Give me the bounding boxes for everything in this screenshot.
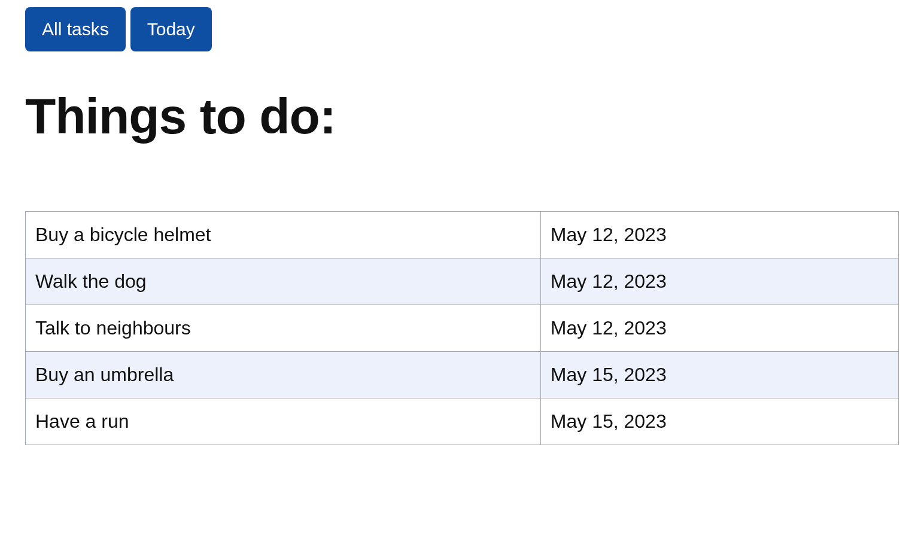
table-row: Have a run May 15, 2023 xyxy=(26,398,899,445)
filter-button-row: All tasks Today xyxy=(25,7,899,51)
task-title-cell: Talk to neighbours xyxy=(26,305,541,352)
today-button[interactable]: Today xyxy=(130,7,212,51)
task-date-cell: May 12, 2023 xyxy=(540,212,898,258)
task-date-cell: May 12, 2023 xyxy=(540,258,898,305)
table-row: Buy an umbrella May 15, 2023 xyxy=(26,352,899,398)
task-title-cell: Buy a bicycle helmet xyxy=(26,212,541,258)
tasks-table: Buy a bicycle helmet May 12, 2023 Walk t… xyxy=(25,211,899,445)
table-row: Talk to neighbours May 12, 2023 xyxy=(26,305,899,352)
task-title-cell: Have a run xyxy=(26,398,541,445)
task-title-cell: Buy an umbrella xyxy=(26,352,541,398)
task-date-cell: May 15, 2023 xyxy=(540,352,898,398)
table-row: Walk the dog May 12, 2023 xyxy=(26,258,899,305)
table-row: Buy a bicycle helmet May 12, 2023 xyxy=(26,212,899,258)
all-tasks-button[interactable]: All tasks xyxy=(25,7,126,51)
task-title-cell: Walk the dog xyxy=(26,258,541,305)
task-date-cell: May 12, 2023 xyxy=(540,305,898,352)
task-date-cell: May 15, 2023 xyxy=(540,398,898,445)
page-title: Things to do: xyxy=(25,87,899,145)
